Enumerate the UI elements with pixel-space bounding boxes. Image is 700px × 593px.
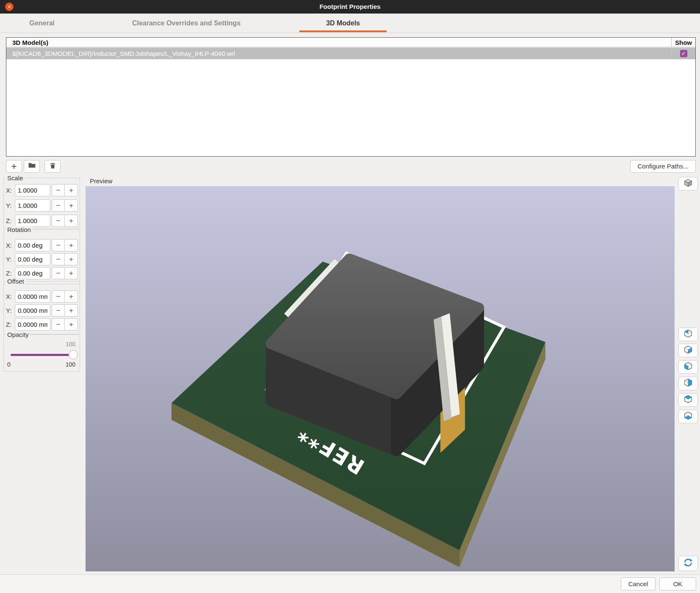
view-left-button[interactable] [678,328,698,341]
scale-group-title: Scale [6,174,25,182]
scale-y-row: Y: − + [6,199,79,212]
offset-z-input[interactable] [15,318,50,331]
show-checkbox[interactable]: ✓ [680,50,687,57]
rotation-group: Rotation X: − + Y: − + Z: − + [3,229,80,284]
scale-y-decrement-button[interactable]: − [52,199,65,212]
rotation-y-decrement-button[interactable]: − [52,253,65,265]
orthographic-projection-button[interactable] [678,177,698,190]
rotation-x-row: X: − + [6,239,79,251]
preview-3d-canvas[interactable]: REF** [86,186,675,571]
models-column-header: 3D Model(s) [12,39,48,46]
rotation-z-increment-button[interactable]: + [65,267,78,279]
opacity-slider-track[interactable] [11,354,74,356]
rotation-z-decrement-button[interactable]: − [52,267,65,279]
y-axis-label: Y: [6,307,15,314]
view-front-cube-icon [683,361,693,372]
opacity-min-label: 0 [7,361,11,368]
opacity-slider-handle[interactable] [69,350,78,359]
check-icon: ✓ [681,51,686,56]
active-tab-underline [299,30,387,32]
z-axis-label: Z: [6,217,15,224]
z-axis-label: Z: [6,321,15,328]
scale-x-row: X: − + [6,184,79,196]
rotation-x-increment-button[interactable]: + [65,239,78,251]
offset-group-title: Offset [6,278,26,285]
z-axis-label: Z: [6,270,15,277]
model-path: ${KICAD6_3DMODEL_DIR}/Inductor_SMD.3dsha… [12,50,235,57]
refresh-icon [683,557,693,569]
offset-x-increment-button[interactable]: + [65,290,78,303]
window-close-button[interactable]: ✕ [5,3,14,11]
scale-y-input[interactable] [15,199,50,212]
configure-paths-button[interactable]: Configure Paths... [630,160,696,173]
offset-x-input[interactable] [15,290,50,303]
show-cell: ✓ [671,48,695,59]
offset-y-decrement-button[interactable]: − [52,304,65,317]
view-back-button[interactable] [678,377,698,390]
folder-icon [28,161,36,172]
offset-y-row: Y: − + [6,304,79,317]
view-top-button[interactable] [678,393,698,407]
offset-x-decrement-button[interactable]: − [52,290,65,303]
x-axis-label: X: [6,187,15,194]
scale-x-input[interactable] [15,184,50,196]
titlebar: Footprint Properties ✕ [0,0,700,14]
delete-model-button[interactable] [44,160,61,173]
scale-z-increment-button[interactable]: + [65,215,78,227]
view-right-button[interactable] [678,344,698,357]
view-front-button[interactable] [678,360,698,374]
y-axis-label: Y: [6,256,15,263]
view-top-cube-icon [683,394,693,405]
scale-z-row: Z: − + [6,215,79,227]
view-left-cube-icon [683,329,693,340]
x-axis-label: X: [6,242,15,249]
view-bottom-button[interactable] [678,410,698,423]
opacity-group-title: Opacity [6,331,30,338]
opacity-slider-fill [11,354,71,356]
plus-icon: + [11,162,17,171]
offset-x-row: X: − + [6,290,79,303]
rotation-group-title: Rotation [6,226,33,233]
y-axis-label: Y: [6,202,15,209]
rotation-x-input[interactable] [15,239,50,251]
opacity-group: Opacity 100 0 100 [3,334,80,372]
scale-z-input[interactable] [15,215,50,227]
close-icon: ✕ [7,5,11,9]
show-column-header: Show [671,38,695,47]
scale-y-increment-button[interactable]: + [65,199,78,212]
x-axis-label: X: [6,293,15,300]
offset-z-row: Z: − + [6,318,79,331]
rotation-x-decrement-button[interactable]: − [52,239,65,251]
model-table-header: 3D Model(s) Show [6,38,695,47]
tab-general[interactable]: General [11,14,73,33]
model-table: 3D Model(s) Show ${KICAD6_3DMODEL_DIR}/I… [6,37,696,157]
reload-model-button[interactable] [678,556,698,571]
scale-x-decrement-button[interactable]: − [52,184,65,196]
scale-group: Scale X: − + Y: − + Z: − + [3,178,80,229]
trash-icon [49,161,56,172]
opacity-current-value: 100 [66,341,75,348]
scale-x-increment-button[interactable]: + [65,184,78,196]
tab-3d-models-label: 3D Models [326,19,360,27]
cancel-button[interactable]: Cancel [621,577,656,590]
rotation-y-increment-button[interactable]: + [65,253,78,265]
model-table-row[interactable]: ${KICAD6_3DMODEL_DIR}/Inductor_SMD.3dsha… [6,48,695,59]
rotation-y-row: Y: − + [6,253,79,265]
tab-clearance-overrides[interactable]: Clearance Overrides and Settings [78,14,294,33]
rotation-y-input[interactable] [15,253,50,265]
ortho-cube-icon [683,178,693,189]
view-bottom-cube-icon [683,411,693,422]
offset-z-increment-button[interactable]: + [65,318,78,331]
add-model-button[interactable]: + [6,160,22,173]
tab-3d-models[interactable]: 3D Models [299,14,387,33]
offset-group: Offset X: − + Y: − + Z: − + [3,281,80,334]
tab-bar: General Clearance Overrides and Settings… [0,14,700,33]
offset-y-increment-button[interactable]: + [65,304,78,317]
preview-label: Preview [90,177,112,185]
offset-y-input[interactable] [15,304,50,317]
browse-model-button[interactable] [24,160,40,173]
offset-z-decrement-button[interactable]: − [52,318,65,331]
scale-z-decrement-button[interactable]: − [52,215,65,227]
preview-3d-scene: REF** [86,186,675,571]
ok-button[interactable]: OK [659,577,696,590]
